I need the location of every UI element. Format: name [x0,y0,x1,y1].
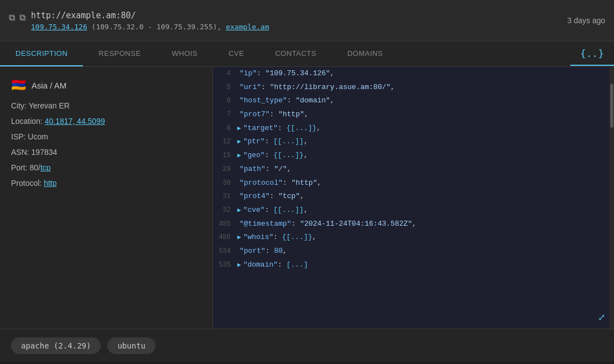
location-coords[interactable]: 40.1817, 44.5099 [45,117,105,126]
line-number: 32 [213,204,237,217]
protocol-value-link[interactable]: http [44,179,56,188]
code-line: 534"port": 80, [213,245,614,258]
tag-pill[interactable]: ubuntu [107,337,155,354]
code-line: 12▶"ptr": [[...]], [213,135,614,149]
bottom-bar: apache (2.4.29)ubuntu [0,329,614,362]
line-number: 485 [213,218,237,231]
line-expand-icon[interactable]: ▶ [237,259,241,271]
line-code: "@timestamp": "2024-11-24T04:16:43.582Z"… [240,217,417,231]
code-line: 15▶"geo": {[...]}, [213,149,614,163]
line-code: "prot7": "http", [240,108,309,122]
line-number: 6 [213,95,237,107]
code-line: 30"protocol": "http", [213,176,614,190]
country-flag: 🇦🇲 [11,78,26,92]
code-content: 4"ip": "109.75.34.126",5"uri": "http://l… [213,67,614,329]
line-code: "cve": [[...]], [243,204,308,217]
line-code: "geo": {[...]}, [243,149,308,163]
line-number: 31 [213,190,237,203]
line-expand-icon[interactable]: ▶ [237,150,241,162]
line-code: "target": {[...]}, [243,122,321,136]
code-line: 31"prot4": "tcp", [213,190,614,204]
line-number: 29 [213,163,237,176]
line-number: 534 [213,245,237,258]
code-line: 4"ip": "109.75.34.126", [213,67,614,81]
tab-contacts[interactable]: CONTACTS [259,41,332,66]
code-line: 8▶"target": {[...]}, [213,122,614,136]
header-icons: ⧉ ⧉ [9,13,25,23]
tabs: DESCRIPTION RESPONSE WHOIS CVE CONTACTS … [0,41,614,67]
asn-row: ASN: 197834 [11,147,201,158]
region-label: Asia / AM [32,81,66,90]
right-panel: 4"ip": "109.75.34.126",5"uri": "http://l… [213,67,614,329]
header-time: 3 days ago [568,16,606,25]
line-code: "prot4": "tcp", [240,190,304,204]
code-line: 6"host_type": "domain", [213,94,614,108]
scrollbar-thumb [610,84,613,128]
line-number: 30 [213,177,237,190]
line-code: "uri": "http://library.asue.am:80/", [240,81,395,95]
code-line: 29"path": "/", [213,163,614,176]
tab-description[interactable]: DESCRIPTION [0,41,83,66]
line-number: 535 [213,259,237,272]
code-line: 32▶"cve": [[...]], [213,204,614,217]
header: ⧉ ⧉ http://example.am:80/ 109.75.34.126 … [0,0,614,41]
line-code: "host_type": "domain", [240,94,335,108]
line-expand-icon[interactable]: ▶ [237,123,241,134]
line-code: "ptr": [[...]], [243,135,308,149]
copy-icon[interactable]: ⧉ [9,13,15,23]
region-row: 🇦🇲 Asia / AM [11,78,201,92]
header-url-main: http://example.am:80/ [31,11,269,20]
tab-domains[interactable]: DOMAINS [332,41,398,66]
header-left: ⧉ ⧉ http://example.am:80/ 109.75.34.126 … [9,11,269,31]
line-code: "port": 80, [240,245,287,258]
line-number: 12 [213,136,237,148]
line-number: 8 [213,122,237,135]
line-expand-icon[interactable]: ▶ [237,205,241,216]
url-main-text: http://example.am:80/ [31,11,136,20]
line-number: 7 [213,108,237,121]
fullscreen-icon[interactable]: ⤢ [598,312,605,323]
line-code: "protocol": "http", [240,176,321,190]
location-row: Location: 40.1817, 44.5099 [11,116,201,127]
port-label: Port: 80/ [11,163,40,172]
code-line: 535▶"domain": [...] [213,258,614,272]
city-row: City: Yerevan ER [11,100,201,112]
header-url-block: http://example.am:80/ 109.75.34.126 (109… [31,11,269,31]
line-number: 486 [213,231,237,244]
line-code: "domain": [...] [243,258,308,272]
code-line: 485"@timestamp": "2024-11-24T04:16:43.58… [213,217,614,231]
domain-link[interactable]: example.am [226,23,269,31]
line-expand-icon[interactable]: ▶ [237,136,241,148]
line-number: 4 [213,67,237,80]
line-code: "path": "/", [240,163,292,176]
location-label: Location: [11,117,43,126]
ip-link[interactable]: 109.75.34.126 [31,23,87,31]
main: 🇦🇲 Asia / AM City: Yerevan ER Location: … [0,67,614,329]
tab-whois[interactable]: WHOIS [157,41,214,66]
protocol-label: Protocol: [11,179,41,188]
tab-json[interactable]: {..} [570,42,614,66]
line-code: "whois": {[...]}, [243,231,317,245]
code-line: 5"uri": "http://library.asue.am:80/", [213,81,614,95]
scrollbar[interactable] [610,67,614,329]
tab-response[interactable]: RESPONSE [83,41,156,66]
protocol-row: Protocol: http [11,178,201,189]
code-line: 7"prot7": "http", [213,108,614,122]
line-code: "ip": "109.75.34.126", [240,67,335,81]
header-url-sub: 109.75.34.126 (109.75.32.0 - 109.75.39.2… [31,23,269,31]
line-expand-icon[interactable]: ▶ [237,232,241,243]
line-number: 15 [213,149,237,162]
left-panel: 🇦🇲 Asia / AM City: Yerevan ER Location: … [0,67,213,329]
isp-row: ISP: Ucom [11,131,201,143]
port-row: Port: 80/tcp [11,162,201,174]
code-line: 486▶"whois": {[...]}, [213,231,614,245]
port-proto-link[interactable]: tcp [40,163,51,172]
tab-cve[interactable]: CVE [213,41,259,66]
tag-pill[interactable]: apache (2.4.29) [11,337,101,354]
external-link-icon[interactable]: ⧉ [19,13,25,23]
line-number: 5 [213,81,237,94]
ip-range: (109.75.32.0 - 109.75.39.255), [92,23,222,31]
